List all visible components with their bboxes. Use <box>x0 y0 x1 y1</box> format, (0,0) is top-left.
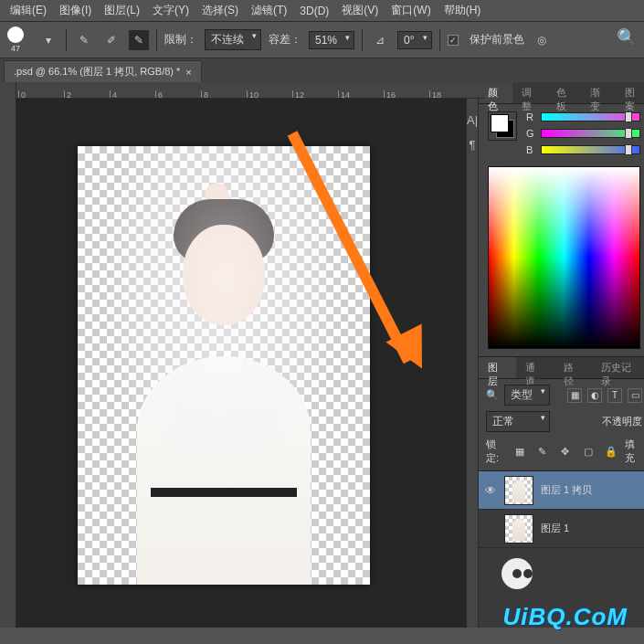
color-spectrum[interactable] <box>488 166 640 349</box>
fill-label: 填充 <box>625 438 642 465</box>
limit-dropdown[interactable]: 不连续 <box>205 29 261 50</box>
menu-bar: 编辑(E) 图像(I) 图层(L) 文字(Y) 选择(S) 滤镜(T) 3D(D… <box>0 0 644 22</box>
lock-all-icon[interactable]: 🔒 <box>602 441 619 461</box>
tolerance-label: 容差： <box>269 32 301 48</box>
lock-artboard-icon[interactable]: ▢ <box>579 441 596 461</box>
target-icon[interactable]: ◎ <box>532 30 552 50</box>
tab-pattern[interactable]: 图案 <box>616 82 644 103</box>
image-content <box>78 146 370 585</box>
search-small-icon: 🔍 <box>486 389 499 401</box>
ruler-tick: 6 <box>155 90 163 98</box>
protect-fg-label: 保护前景色 <box>470 32 524 48</box>
sampling-once-icon[interactable]: ✐ <box>101 30 121 50</box>
layer-filter-type[interactable]: 类型 <box>504 385 550 406</box>
chevron-down-icon[interactable]: ▾ <box>38 30 58 50</box>
ruler-tick: 8 <box>201 90 208 98</box>
tab-history[interactable]: 历史记录 <box>592 357 644 378</box>
menu-3d[interactable]: 3D(D) <box>293 5 335 17</box>
layer-list: 👁 图层 1 拷贝 图层 1 <box>479 471 644 628</box>
canvas[interactable] <box>78 146 370 585</box>
ruler-tick: 12 <box>292 90 304 98</box>
layer-row[interactable]: 👁 图层 1 拷贝 <box>479 471 644 510</box>
slider-b[interactable] <box>541 145 640 154</box>
slider-g[interactable] <box>541 129 640 138</box>
brush-preset[interactable]: 47 <box>7 26 24 53</box>
angle-value[interactable]: 0° <box>397 31 431 49</box>
ruler-tick: 14 <box>338 90 350 98</box>
protect-fg-checkbox[interactable]: ✓ <box>448 35 459 46</box>
layer-thumbnail[interactable] <box>504 476 533 505</box>
menu-layer[interactable]: 图层(L) <box>98 3 146 18</box>
ruler-tick: 10 <box>247 90 259 98</box>
layer-name[interactable]: 图层 1 拷贝 <box>541 483 592 497</box>
tab-gradient[interactable]: 渐变 <box>581 82 615 103</box>
channel-g-label: G <box>526 128 535 139</box>
angle-icon: ⊿ <box>370 30 390 50</box>
ruler-tick: 2 <box>64 90 71 98</box>
menu-select[interactable]: 选择(S) <box>195 3 245 18</box>
limit-label: 限制： <box>164 32 197 48</box>
menu-text[interactable]: 文字(Y) <box>146 3 195 18</box>
slider-r[interactable] <box>541 112 640 121</box>
lock-pixels-icon[interactable]: ▦ <box>512 441 529 461</box>
sampling-bg-icon[interactable]: ✎ <box>129 30 149 50</box>
channel-r-label: R <box>526 111 535 122</box>
tab-channels[interactable]: 通道 <box>516 357 554 378</box>
collapsed-panels: ⫴ A| ¶ <box>466 82 479 628</box>
layer-filter-icons: ▦ ◐ T ▭ <box>567 388 642 403</box>
filter-shape-icon[interactable]: ▭ <box>628 388 642 403</box>
menu-edit[interactable]: 编辑(E) <box>4 3 53 18</box>
ruler-tick: 4 <box>110 90 117 98</box>
color-panel-tabs: 颜色 调整 色板 渐变 图案 <box>479 82 644 104</box>
lock-position-icon[interactable]: ✥ <box>556 441 574 461</box>
fg-bg-swatch[interactable] <box>488 111 517 141</box>
tab-swatch[interactable]: 色板 <box>547 82 581 103</box>
lock-brush-icon[interactable]: ✎ <box>534 441 552 461</box>
visibility-toggle[interactable]: 👁 <box>484 484 497 497</box>
canvas-area: 0 2 4 6 8 10 12 14 16 18 <box>0 82 466 628</box>
ruler-tick: 16 <box>384 90 396 98</box>
document-tab-title: .psd @ 66.1% (图层 1 拷贝, RGB/8) * <box>14 65 180 79</box>
menu-window[interactable]: 窗口(W) <box>385 3 437 18</box>
brush-size-value: 47 <box>11 44 20 53</box>
menu-filter[interactable]: 滤镜(T) <box>245 3 293 18</box>
search-icon[interactable]: 🔍 <box>617 27 637 48</box>
layers-panel: 图层 通道 路径 历史记录 🔍 类型 ▦ ◐ T ▭ 正常 不透明度 锁定: ▦… <box>479 357 644 628</box>
tool-options-bar: 47 ▾ ✎ ✐ ✎ 限制： 不连续 容差： 51% ⊿ 0° ✓ 保护前景色 … <box>0 22 644 58</box>
layer-row[interactable]: 图层 1 <box>479 510 644 548</box>
document-tab-bar: .psd @ 66.1% (图层 1 拷贝, RGB/8) * × <box>0 58 644 82</box>
opacity-label: 不透明度 <box>602 415 642 428</box>
layer-name[interactable]: 图层 1 <box>541 522 569 535</box>
filter-pixel-icon[interactable]: ▦ <box>567 388 582 403</box>
menu-image[interactable]: 图像(I) <box>53 3 98 18</box>
filter-text-icon[interactable]: T <box>607 388 622 403</box>
ruler-horizontal[interactable]: 0 2 4 6 8 10 12 14 16 18 <box>0 82 484 99</box>
menu-view[interactable]: 视图(V) <box>335 3 385 18</box>
layer-thumbnail[interactable] <box>504 514 533 544</box>
tab-layers[interactable]: 图层 <box>479 357 516 378</box>
ruler-tick: 0 <box>18 90 26 98</box>
menu-help[interactable]: 帮助(H) <box>438 3 488 18</box>
tab-paths[interactable]: 路径 <box>554 357 592 378</box>
wechat-icon <box>501 558 533 589</box>
close-tab-icon[interactable]: × <box>185 67 191 78</box>
document-tab[interactable]: .psd @ 66.1% (图层 1 拷贝, RGB/8) * × <box>4 60 202 82</box>
right-panels: 颜色 调整 色板 渐变 图案 R G B 图层 通道 路径 历史记录 🔍 类型 … <box>479 82 644 628</box>
channel-b-label: B <box>526 144 535 155</box>
layers-panel-tabs: 图层 通道 路径 历史记录 <box>479 357 644 379</box>
color-panel: R G B <box>479 104 644 357</box>
brush-preview-icon <box>7 26 24 43</box>
tolerance-value[interactable]: 51% <box>309 31 354 49</box>
lock-label: 锁定: <box>486 438 506 465</box>
tab-adjust[interactable]: 调整 <box>512 82 546 103</box>
panel-icon-paragraph[interactable]: ¶ <box>470 138 476 152</box>
panel-icon-character[interactable]: A| <box>467 113 478 127</box>
filter-adjust-icon[interactable]: ◐ <box>587 388 602 403</box>
blend-mode-dropdown[interactable]: 正常 <box>486 411 550 432</box>
sampling-continuous-icon[interactable]: ✎ <box>74 30 94 50</box>
ruler-vertical[interactable] <box>0 82 16 628</box>
ruler-tick: 18 <box>429 90 441 98</box>
